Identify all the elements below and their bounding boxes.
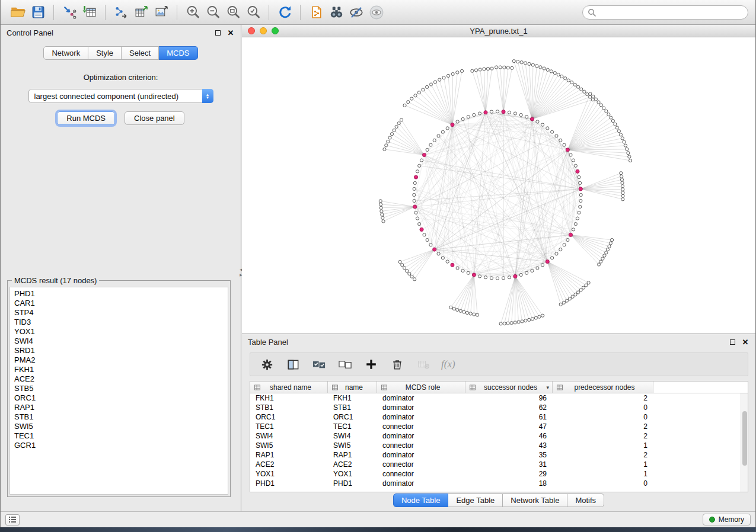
memory-button[interactable]: Memory [703, 514, 751, 525]
settings-gear-icon[interactable] [259, 356, 275, 373]
zoom-fit-icon[interactable] [223, 3, 243, 22]
table-row[interactable]: ACE2ACE2connector311 [250, 460, 741, 469]
list-item[interactable]: FKH1 [14, 365, 224, 374]
table-row[interactable]: ORC1ORC1dominator610 [250, 412, 741, 422]
tab-network[interactable]: Network [43, 46, 88, 60]
search-icon [588, 8, 596, 17]
export-image-icon[interactable] [151, 3, 171, 22]
show-graphics-details-icon[interactable] [346, 3, 366, 22]
deselect-all-icon[interactable] [337, 356, 353, 373]
binoculars-icon[interactable] [326, 3, 346, 22]
mcds-result-list[interactable]: PHD1CAR1STP4TID3YOX1SWI4SRD1PMA2FKH1ACE2… [9, 287, 228, 495]
table-row[interactable]: FKH1FKH1dominator962 [250, 393, 741, 403]
cell-mcds-role: connector [377, 470, 465, 478]
optimization-criterion-dropdown[interactable]: largest connected component (undirected)… [28, 89, 213, 103]
column-label: shared name [261, 383, 327, 392]
export-network-icon[interactable] [111, 3, 131, 22]
list-item[interactable]: PMA2 [14, 355, 224, 365]
table-row[interactable]: PHD1PHD1dominator180 [250, 479, 741, 488]
run-mcds-button[interactable]: Run MCDS [57, 111, 115, 125]
list-item[interactable]: STB5 [14, 384, 224, 393]
close-panel-button[interactable]: Close panel [125, 111, 184, 125]
close-panel-icon[interactable]: ✕ [227, 28, 235, 37]
cell-mcds-role: connector [377, 460, 465, 469]
open-icon[interactable] [8, 3, 28, 22]
cell-name: SWI4 [328, 432, 377, 440]
column-visibility-icon[interactable] [285, 356, 301, 373]
table-row[interactable]: YOX1YOX1connector291 [250, 469, 741, 479]
import-network-icon[interactable] [59, 3, 79, 22]
minimize-window-button[interactable] [260, 27, 267, 34]
tab-mcds[interactable]: MCDS [159, 46, 197, 60]
cell-predecessor-nodes: 0 [553, 413, 653, 421]
tab-node-table[interactable]: Node Table [393, 493, 449, 507]
list-item[interactable]: TID3 [14, 318, 224, 327]
cell-mcds-role: connector [377, 441, 465, 450]
cell-name: ACE2 [328, 460, 377, 469]
cell-name: STB1 [328, 403, 377, 412]
table-scrollbar-thumb[interactable] [742, 411, 747, 466]
cell-mcds-role: dominator [377, 413, 465, 421]
add-column-icon[interactable] [363, 356, 379, 373]
column-header-predecessor-nodes[interactable]: predecessor nodes [553, 382, 653, 393]
table-row[interactable]: SWI4SWI4dominator462 [250, 431, 741, 441]
share-document-icon[interactable] [306, 3, 326, 22]
delete-column-icon[interactable] [389, 356, 406, 373]
select-all-icon[interactable] [311, 356, 327, 373]
column-label: MCDS role [388, 383, 465, 392]
search-field[interactable] [582, 5, 748, 20]
maximize-window-button[interactable] [272, 27, 279, 34]
status-menu-button[interactable] [5, 514, 20, 525]
list-item[interactable]: PHD1 [14, 289, 224, 299]
cell-predecessor-nodes: 0 [553, 403, 653, 412]
toolbar-separator [105, 5, 106, 20]
close-window-button[interactable] [248, 27, 255, 34]
list-item[interactable]: STP4 [14, 308, 224, 318]
cell-shared-name: SWI4 [250, 432, 328, 440]
zoom-out-icon[interactable] [203, 3, 223, 22]
list-item[interactable]: SRD1 [14, 346, 224, 355]
tab-motifs[interactable]: Motifs [567, 493, 604, 507]
table-panel-header: Table Panel ✕ [242, 334, 755, 350]
list-item[interactable]: STB1 [14, 412, 224, 422]
table-row[interactable]: SWI5SWI5connector431 [250, 441, 741, 450]
table-row[interactable]: RAP1RAP1dominator352 [250, 450, 741, 460]
import-table-icon[interactable] [79, 3, 100, 22]
list-item[interactable]: ORC1 [14, 393, 224, 403]
table-row[interactable]: TEC1TEC1connector472 [250, 422, 741, 431]
cell-shared-name: YOX1 [250, 470, 328, 478]
table-panel-tabs: Node TableEdge TableNetwork TableMotifs [242, 493, 755, 507]
list-item[interactable]: ACE2 [14, 374, 224, 384]
list-item[interactable]: GCR1 [14, 441, 224, 450]
network-canvas[interactable] [242, 37, 755, 334]
tab-select[interactable]: Select [122, 46, 159, 60]
float-panel-icon[interactable] [213, 28, 222, 37]
list-item[interactable]: SWI5 [14, 422, 224, 431]
column-label: predecessor nodes [563, 383, 653, 392]
column-header-name[interactable]: name [328, 382, 377, 393]
tab-network-table[interactable]: Network Table [503, 493, 567, 507]
export-table-icon[interactable] [131, 3, 151, 22]
search-input[interactable] [599, 8, 743, 17]
save-icon[interactable] [28, 3, 48, 22]
refresh-icon[interactable] [275, 3, 295, 22]
zoom-in-icon[interactable] [183, 3, 203, 22]
list-item[interactable]: CAR1 [14, 299, 224, 308]
table-row[interactable]: STB1STB1dominator620 [250, 403, 741, 412]
tab-edge-table[interactable]: Edge Table [448, 493, 503, 507]
zoom-selected-icon[interactable] [243, 3, 263, 22]
table-body: FKH1FKH1dominator962STB1STB1dominator620… [250, 393, 741, 492]
list-item[interactable]: RAP1 [14, 403, 224, 412]
eye-icon[interactable] [366, 3, 387, 22]
column-header-successor-nodes[interactable]: successor nodes▾ [465, 382, 553, 393]
tab-style[interactable]: Style [88, 46, 122, 60]
column-header-MCDS-role[interactable]: MCDS role [377, 382, 465, 393]
list-item[interactable]: SWI4 [14, 336, 224, 346]
toolbar-separator [53, 5, 54, 20]
table-scrollbar[interactable] [741, 393, 748, 492]
list-item[interactable]: TEC1 [14, 431, 224, 441]
column-header-shared-name[interactable]: shared name [250, 382, 328, 393]
float-table-panel-icon[interactable] [728, 338, 736, 346]
close-table-panel-icon[interactable]: ✕ [741, 338, 749, 346]
list-item[interactable]: YOX1 [14, 327, 224, 336]
